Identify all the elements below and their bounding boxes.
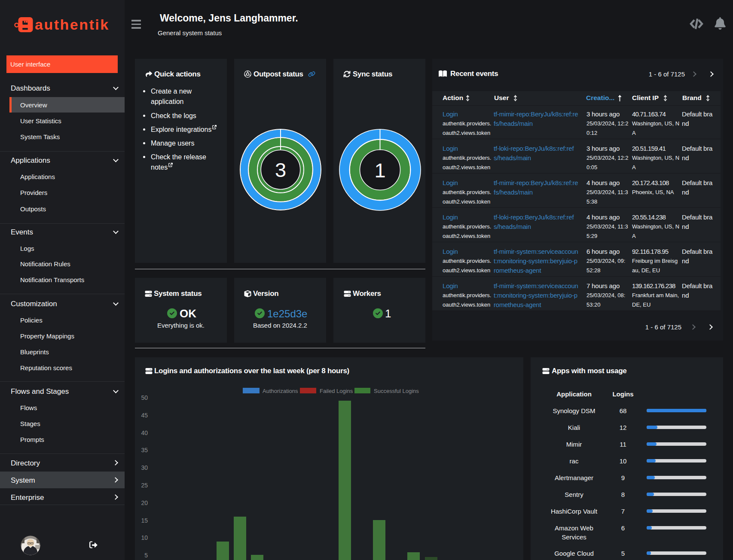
svg-text:1: 1 bbox=[374, 159, 385, 182]
svg-text:3: 3 bbox=[275, 158, 286, 181]
